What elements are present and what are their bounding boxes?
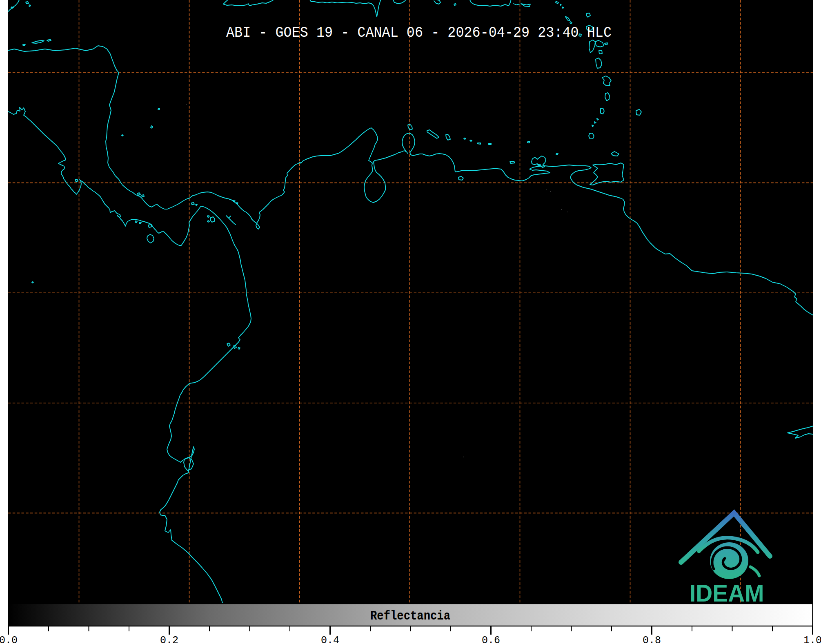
svg-text:0.4: 0.4 (321, 635, 339, 644)
svg-text:0.2: 0.2 (160, 635, 178, 644)
svg-text:ABI - GOES 19 - CANAL 06 - 202: ABI - GOES 19 - CANAL 06 - 2026-04-29 23… (226, 25, 612, 41)
svg-text:0.8: 0.8 (643, 635, 661, 644)
svg-text:1.0: 1.0 (803, 635, 821, 644)
svg-text:IDEAM: IDEAM (690, 579, 764, 607)
svg-text:0.6: 0.6 (482, 635, 500, 644)
svg-text:0.0: 0.0 (0, 635, 18, 644)
svg-text:Reflectancia: Reflectancia (370, 609, 450, 623)
